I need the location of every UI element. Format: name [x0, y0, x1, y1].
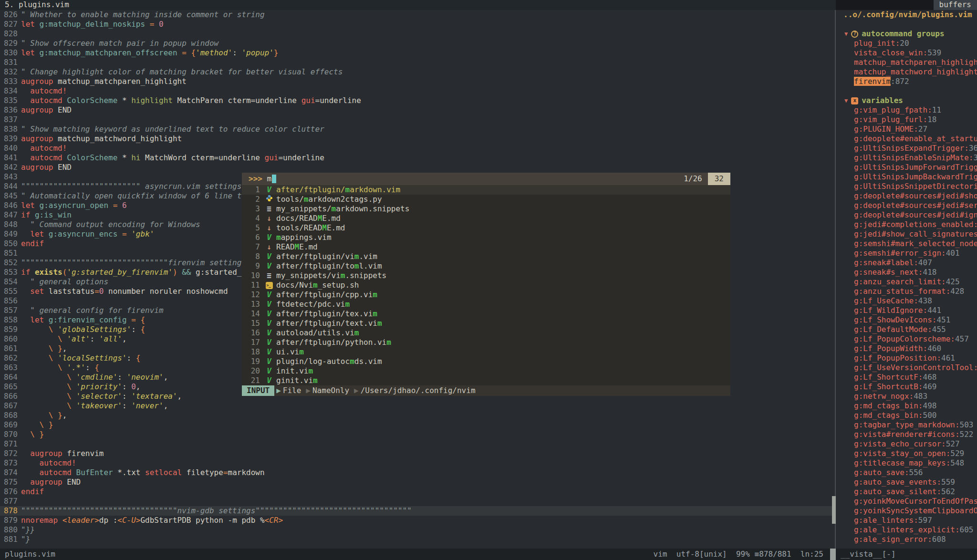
vista-tag-item[interactable]: g:sneak#s_next:418: [838, 268, 977, 277]
vista-tag-item[interactable]: g:UltiSnipsSnippetDirectorie: [838, 182, 977, 191]
vista-tag-item[interactable]: g:PLUGIN_HOME:27: [838, 124, 977, 134]
code-line[interactable]: 872 augroup firenvim: [0, 449, 836, 458]
vista-tag-item[interactable]: g:UltiSnipsEnableSnipMate:36: [838, 153, 977, 163]
code-line[interactable]: 880"}}: [0, 525, 836, 535]
vista-tag-item[interactable]: g:Lf_PopupPosition:461: [838, 353, 977, 363]
code-line[interactable]: 875 augroup END: [0, 477, 836, 487]
buffers-tab[interactable]: buffers: [934, 0, 977, 10]
file-result-row[interactable]: 15Vafter/ftplugin/text.vim: [242, 319, 730, 328]
vista-tag-item[interactable]: g:vista_stay_on_open:529: [838, 449, 977, 458]
vista-tag-item[interactable]: g:anzu_search_limit:425: [838, 277, 977, 287]
vista-tag-item[interactable]: g:semshi#mark_selected_nodes: [838, 239, 977, 249]
code-line[interactable]: 829" Show offscreen match pair in popup …: [0, 39, 836, 48]
code-line[interactable]: 868 \ },: [0, 411, 836, 420]
code-line[interactable]: 839augroup matchup_matchword_highlight: [0, 134, 836, 144]
vista-tag-item[interactable]: g:auto_save:556: [838, 468, 977, 477]
vista-tag-item[interactable]: g:deoplete#sources#jedi#igno: [838, 210, 977, 220]
code-line[interactable]: 831: [0, 58, 836, 67]
vista-tag-item[interactable]: g:md_ctags_bin:500: [838, 411, 977, 420]
vista-tag-item[interactable]: g:semshi#error_sign:401: [838, 249, 977, 258]
vista-tag-item[interactable]: plug_init:20: [838, 39, 977, 48]
file-result-row[interactable]: 1Vafter/ftplugin/markdown.vim: [242, 185, 730, 195]
fold-arrow-icon[interactable]: ▼: [844, 29, 848, 39]
vista-tag-item[interactable]: g:UltiSnipsJumpForwardTrigge: [838, 163, 977, 172]
code-line[interactable]: 876endif: [0, 487, 836, 497]
vista-tag-item[interactable]: g:deoplete#enable_at_startup: [838, 134, 977, 144]
file-result-row[interactable]: 9Vafter/ftplugin/toml.vim: [242, 261, 730, 271]
vista-tag-item[interactable]: g:UltiSnipsJumpBackwardTrigg: [838, 172, 977, 182]
vista-tag-item[interactable]: g:titlecase_map_keys:548: [838, 458, 977, 468]
file-result-row[interactable]: 13Vftdetect/pdc.vim: [242, 300, 730, 309]
code-line[interactable]: 874 autocmd BufEnter *.txt setlocal file…: [0, 468, 836, 477]
file-result-row[interactable]: 19Vplugin/log-autocmds.vim: [242, 357, 730, 366]
vista-tag-item[interactable]: g:Lf_ShowDevIcons:451: [838, 315, 977, 325]
vista-tag-item[interactable]: g:UltiSnipsExpandTrigger:364: [838, 144, 977, 153]
file-result-row[interactable]: 2tools/markdown2ctags.py: [242, 195, 730, 204]
vista-tag-item[interactable]: g:Lf_DefaultMode:455: [838, 325, 977, 334]
code-line[interactable]: 867 \ 'takeover': 'never',: [0, 401, 836, 411]
code-line[interactable]: 879nnoremap <leader>dp :<C-U>GdbStartPDB…: [0, 516, 836, 525]
sidebar-scrollbar-thumb[interactable]: [832, 496, 836, 524]
vista-tag-item[interactable]: g:Lf_UseCache:438: [838, 296, 977, 306]
code-line[interactable]: 841 autocmd ColorScheme * hi MatchWord c…: [0, 153, 836, 163]
file-result-row[interactable]: 5↓tools/README.md: [242, 223, 730, 233]
vista-tag-item[interactable]: g:deoplete#sources#jedi#serv: [838, 201, 977, 210]
vista-tag-item[interactable]: g:Lf_WildIgnore:441: [838, 306, 977, 315]
code-line[interactable]: 832" Change highlight color of matching …: [0, 67, 836, 77]
file-result-row[interactable]: 12Vafter/ftplugin/cpp.vim: [242, 290, 730, 300]
file-result-row[interactable]: 10≡my_snippets/vim.snippets: [242, 271, 730, 280]
file-result-row[interactable]: 17Vafter/ftplugin/python.vim: [242, 338, 730, 347]
vista-tag-item[interactable]: g:Lf_PopupWidth:460: [838, 344, 977, 353]
vista-tag-item[interactable]: g:auto_save_events:559: [838, 477, 977, 487]
code-line[interactable]: 834 autocmd!: [0, 86, 836, 96]
file-result-row[interactable]: 21Vginit.vim: [242, 376, 730, 385]
vista-tag-item[interactable]: g:Lf_ShortcutF:468: [838, 373, 977, 382]
vista-tag-item[interactable]: g:jedi#show_call_signatures:: [838, 229, 977, 239]
vista-tag-item[interactable]: g:tagbar_type_markdown:503: [838, 420, 977, 430]
vista-tag-item[interactable]: g:sneak#label:407: [838, 258, 977, 268]
code-line[interactable]: 870 \ }: [0, 430, 836, 439]
file-result-row[interactable]: 4↓docs/README.md: [242, 214, 730, 223]
vista-tag-item[interactable]: g:vista#renderer#icons:522: [838, 430, 977, 439]
vista-tag-item[interactable]: g:vista_echo_cursor:527: [838, 439, 977, 449]
code-line[interactable]: 871: [0, 439, 836, 449]
vista-tag-item[interactable]: g:anzu_status_format:428: [838, 287, 977, 296]
vista-tag-item[interactable]: g:jedi#completions_enabled:3: [838, 220, 977, 229]
vista-tag-item[interactable]: g:Lf_UseVersionControlTool:4: [838, 363, 977, 373]
file-result-row[interactable]: 20Vinit.vim: [242, 366, 730, 376]
fold-arrow-icon[interactable]: ▼: [844, 96, 848, 105]
file-result-row[interactable]: 6Vmappings.vim: [242, 233, 730, 242]
vista-tag-item[interactable]: g:vim_plug_fpath:11: [838, 105, 977, 115]
vista-section-header[interactable]: ▼?autocommand groups: [838, 29, 977, 39]
code-line[interactable]: 881"}: [0, 535, 836, 544]
vista-tag-item[interactable]: g:vim_plug_furl:18: [838, 115, 977, 124]
file-result-row[interactable]: 3≡my_snippets/markdown.snippets: [242, 204, 730, 214]
code-line[interactable]: 827let g:matchup_delim_noskips = 0: [0, 20, 836, 29]
vista-tag-item[interactable]: g:auto_save_silent:562: [838, 487, 977, 497]
code-line[interactable]: 830let g:matchup_matchparen_offscreen = …: [0, 48, 836, 58]
code-line[interactable]: 837: [0, 115, 836, 124]
code-line[interactable]: 835 autocmd ColorScheme * highlight Matc…: [0, 96, 836, 105]
vista-tag-item[interactable]: matchup_matchword_highlight:: [838, 67, 977, 77]
file-result-row[interactable]: 16Vautoload/utils.vim: [242, 328, 730, 338]
file-result-row[interactable]: 7↓README.md: [242, 242, 730, 252]
file-result-row[interactable]: 14Vafter/ftplugin/tex.vim: [242, 309, 730, 319]
vista-tag-item[interactable]: vista_close_win:539: [838, 48, 977, 58]
file-result-row[interactable]: 8Vafter/ftplugin/vim.vim: [242, 252, 730, 261]
vista-tag-item[interactable]: g:deoplete#sources#jedi#show: [838, 191, 977, 201]
code-line[interactable]: 826" Whether to enable matching inside c…: [0, 10, 836, 20]
vista-tag-item[interactable]: g:yoinkSyncSystemClipboardOn: [838, 506, 977, 516]
vista-tag-item[interactable]: firenvim:872: [838, 77, 977, 86]
vista-tag-item[interactable]: g:Lf_PopupColorscheme:457: [838, 334, 977, 344]
vista-tag-item[interactable]: g:netrw_nogx:483: [838, 392, 977, 401]
vista-tag-item[interactable]: g:ale_linters:597: [838, 516, 977, 525]
vista-tag-item[interactable]: matchup_matchparen_highlight:: [838, 58, 977, 67]
window-separator[interactable]: [835, 10, 836, 549]
code-line[interactable]: 877: [0, 497, 836, 506]
file-result-row[interactable]: 18Vui.vim: [242, 347, 730, 357]
code-line[interactable]: 838" Show matching keyword as underlined…: [0, 124, 836, 134]
vista-section-header[interactable]: ▼xvariables: [838, 96, 977, 105]
code-line[interactable]: 828: [0, 29, 836, 39]
code-line[interactable]: 842augroup END: [0, 163, 836, 172]
code-line[interactable]: 833augroup matchup_matchparen_highlight: [0, 77, 836, 86]
